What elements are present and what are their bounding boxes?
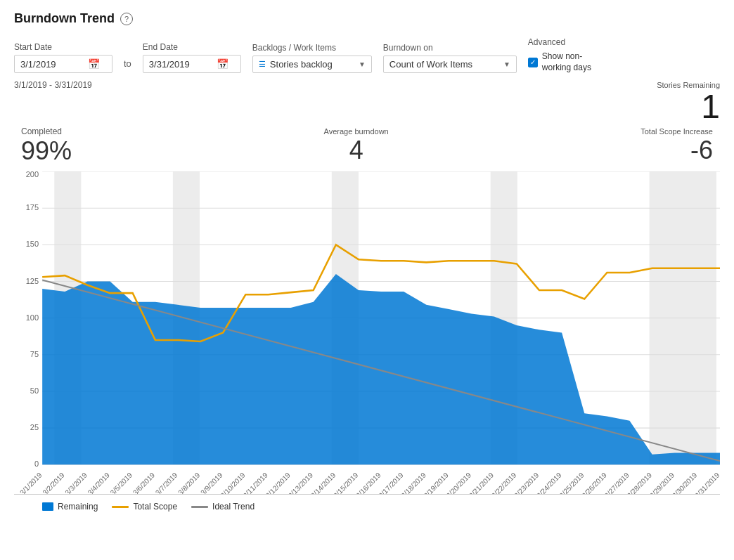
- x-label-31: 3/31/2019: [693, 471, 720, 495]
- y-label-175: 175: [26, 204, 39, 212]
- x-label-27: 3/27/2019: [603, 471, 631, 495]
- remaining-area: [42, 275, 720, 465]
- legend-ideal-trend: Ideal Trend: [191, 502, 255, 512]
- x-label-1: 3/1/2019: [18, 471, 43, 495]
- x-label-21: 3/21/2019: [468, 471, 495, 495]
- y-label-150: 150: [26, 240, 39, 249]
- advanced-group: Advanced ✓ Show non-working days: [528, 37, 605, 73]
- y-label-25: 25: [30, 424, 39, 432]
- legend-ideal-trend-label: Ideal Trend: [212, 502, 255, 512]
- x-label-28: 3/28/2019: [626, 471, 653, 495]
- burndown-chart: 0 25 50 75 100 125 150 175 200 3/1/2019 …: [14, 171, 720, 495]
- legend-total-scope-color: [112, 506, 129, 508]
- end-date-group: End Date 📅: [143, 42, 241, 73]
- x-label-19: 3/19/2019: [423, 471, 450, 495]
- checkbox-check-icon: ✓: [530, 58, 536, 66]
- avg-burndown-stat: Average burndown 4: [324, 127, 389, 165]
- completed-value: 99%: [21, 136, 72, 166]
- x-label-12: 3/12/2019: [264, 471, 292, 495]
- y-label-0: 0: [34, 460, 39, 469]
- legend-remaining: Remaining: [42, 502, 98, 512]
- backlogs-label: Backlogs / Work Items: [252, 43, 372, 53]
- x-label-14: 3/14/2019: [309, 471, 337, 495]
- x-label-23: 3/23/2019: [513, 471, 540, 495]
- start-date-group: Start Date 📅: [14, 42, 112, 73]
- date-range-text: 3/1/2019 - 3/31/2019: [14, 80, 92, 90]
- x-axis-labels: 3/1/2019 3/2/2019 3/3/2019 3/4/2019 3/5/…: [18, 471, 720, 495]
- y-label-100: 100: [26, 313, 39, 322]
- stories-remaining-value: 1: [657, 90, 720, 124]
- completed-label: Completed: [21, 126, 62, 136]
- stories-remaining-box: Stories Remaining 1: [657, 80, 720, 124]
- x-label-8: 3/8/2019: [176, 471, 201, 495]
- page-title: Burndown Trend: [14, 11, 115, 26]
- x-label-10: 3/10/2019: [219, 471, 247, 495]
- x-label-9: 3/9/2019: [199, 471, 224, 495]
- start-date-input-wrap[interactable]: 📅: [14, 55, 112, 73]
- y-label-50: 50: [30, 386, 39, 395]
- x-label-29: 3/29/2019: [648, 471, 676, 495]
- x-label-20: 3/20/2019: [445, 471, 472, 495]
- legend-total-scope-label: Total Scope: [133, 502, 177, 512]
- legend-ideal-trend-color: [191, 506, 208, 508]
- help-icon[interactable]: ?: [120, 13, 133, 25]
- x-label-7: 3/7/2019: [154, 471, 179, 495]
- end-date-calendar-icon[interactable]: 📅: [217, 58, 228, 70]
- x-label-6: 3/6/2019: [131, 471, 156, 495]
- end-date-input-wrap[interactable]: 📅: [143, 55, 241, 73]
- end-date-label: End Date: [143, 42, 241, 52]
- start-date-label: Start Date: [14, 42, 112, 52]
- legend: Remaining Total Scope Ideal Trend: [14, 502, 720, 512]
- x-label-4: 3/4/2019: [86, 471, 111, 495]
- backlogs-dropdown-arrow-icon: ▼: [359, 60, 366, 68]
- x-label-30: 3/30/2019: [671, 471, 698, 495]
- backlogs-group: Backlogs / Work Items ☰ Stories backlog …: [252, 43, 372, 73]
- x-label-11: 3/11/2019: [242, 471, 269, 495]
- avg-burndown-label: Average burndown: [324, 127, 389, 136]
- legend-total-scope: Total Scope: [112, 502, 177, 512]
- start-date-input[interactable]: [20, 59, 84, 70]
- show-nonworking-label: Show non-working days: [542, 51, 605, 73]
- x-label-22: 3/22/2019: [490, 471, 517, 495]
- y-label-125: 125: [26, 277, 39, 285]
- backlogs-dropdown-icon: ☰: [259, 60, 266, 69]
- scope-increase-stat: Total Scope Increase -6: [640, 127, 713, 165]
- x-label-26: 3/26/2019: [581, 471, 608, 495]
- burndown-dropdown[interactable]: Count of Work Items ▼: [383, 56, 517, 73]
- legend-remaining-label: Remaining: [58, 502, 98, 512]
- x-label-15: 3/15/2019: [332, 471, 359, 495]
- chart-svg: 0 25 50 75 100 125 150 175 200 3/1/2019 …: [14, 171, 720, 494]
- to-label: to: [124, 58, 131, 73]
- x-label-25: 3/25/2019: [558, 471, 585, 495]
- x-label-16: 3/16/2019: [354, 471, 382, 495]
- x-label-17: 3/17/2019: [377, 471, 404, 495]
- backlogs-dropdown-text: Stories backlog: [270, 59, 354, 70]
- show-nonworking-row: ✓ Show non-working days: [528, 50, 605, 73]
- x-label-2: 3/2/2019: [41, 471, 65, 495]
- burndown-group: Burndown on Count of Work Items ▼: [383, 43, 517, 73]
- x-label-5: 3/5/2019: [109, 471, 134, 495]
- x-label-3: 3/3/2019: [64, 471, 89, 495]
- start-date-calendar-icon[interactable]: 📅: [88, 58, 100, 70]
- scope-increase-value: -6: [690, 136, 713, 165]
- legend-remaining-color: [42, 502, 53, 511]
- avg-burndown-value: 4: [349, 136, 363, 165]
- burndown-dropdown-arrow-icon: ▼: [503, 60, 510, 68]
- y-label-75: 75: [30, 350, 39, 358]
- completed-stat: Completed 99%: [21, 126, 72, 166]
- x-label-18: 3/18/2019: [400, 471, 427, 495]
- scope-increase-label: Total Scope Increase: [640, 127, 713, 136]
- burndown-dropdown-text: Count of Work Items: [389, 59, 499, 70]
- show-nonworking-checkbox[interactable]: ✓: [528, 58, 538, 67]
- end-date-input[interactable]: [149, 59, 212, 70]
- advanced-label: Advanced: [528, 37, 605, 47]
- backlogs-dropdown[interactable]: ☰ Stories backlog ▼: [252, 56, 372, 73]
- burndown-label: Burndown on: [383, 43, 517, 53]
- x-label-24: 3/24/2019: [535, 471, 562, 495]
- y-label-200: 200: [26, 171, 39, 178]
- x-label-13: 3/13/2019: [287, 471, 314, 495]
